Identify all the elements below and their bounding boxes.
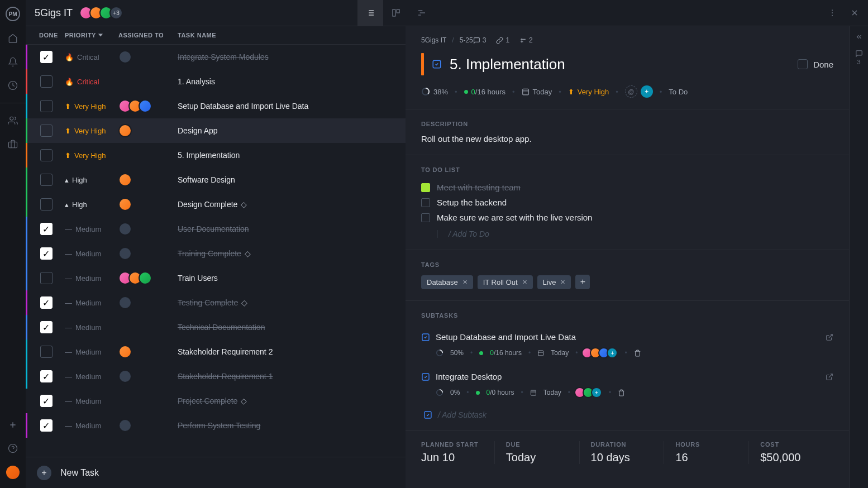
metric-cost[interactable]: COST$50,000: [749, 441, 833, 464]
todo-checkbox[interactable]: [421, 198, 430, 207]
col-priority[interactable]: PRIORITY: [65, 32, 118, 39]
todo-item[interactable]: Make sure we are set with the live versi…: [421, 210, 833, 225]
subtask-item[interactable]: Setup Database and Import Live Data50%•0…: [421, 326, 833, 365]
avatar-more[interactable]: +3: [109, 6, 123, 20]
add-tag-button[interactable]: +: [575, 275, 590, 289]
priority-cell[interactable]: —Medium: [65, 397, 118, 405]
priority-meta[interactable]: ⬆ Very High: [568, 88, 609, 96]
assigned-cell[interactable]: [118, 345, 178, 358]
col-assigned[interactable]: ASSIGNED TO: [118, 32, 178, 39]
app-logo[interactable]: PM: [6, 7, 20, 21]
done-checkbox[interactable]: ✓: [40, 321, 53, 333]
done-checkbox[interactable]: ✓: [40, 247, 53, 260]
done-checkbox[interactable]: ✓: [40, 419, 53, 432]
done-toggle[interactable]: Done: [798, 59, 833, 69]
description-text[interactable]: Roll out the new desktop app.: [421, 134, 833, 143]
done-checkbox[interactable]: [40, 149, 53, 161]
delete-subtask-icon[interactable]: [634, 350, 641, 357]
metric-start[interactable]: PLANNED STARTJun 10: [421, 441, 495, 464]
add-assignee-button[interactable]: +: [607, 347, 618, 358]
task-row[interactable]: ✓🔥CriticalIntegrate System Modules: [26, 45, 406, 69]
done-checkbox[interactable]: ✓: [40, 296, 53, 309]
list-view-button[interactable]: [357, 0, 383, 26]
assigned-cell[interactable]: [118, 198, 178, 211]
tag[interactable]: Database✕: [421, 275, 473, 289]
add-todo-input[interactable]: / Add To Do: [421, 225, 833, 238]
todo-item[interactable]: Setup the backend: [421, 195, 833, 210]
hours-meta[interactable]: 0/16 hours: [464, 88, 505, 96]
todo-checkbox[interactable]: [421, 183, 430, 192]
task-row[interactable]: ✓—MediumTechnical Documentation: [26, 315, 406, 339]
done-checkbox[interactable]: ✓: [40, 395, 53, 407]
tag[interactable]: IT Roll Out✕: [478, 275, 533, 289]
open-subtask-icon[interactable]: [826, 373, 833, 381]
priority-cell[interactable]: ⬆Very High: [65, 102, 118, 111]
task-row[interactable]: ⬆Very HighSetup Database and Import Live…: [26, 94, 406, 118]
home-icon[interactable]: [7, 32, 19, 45]
done-checkbox[interactable]: [40, 272, 53, 284]
priority-cell[interactable]: —Medium: [65, 250, 118, 258]
delete-subtask-icon[interactable]: [618, 389, 625, 396]
task-row[interactable]: ✓—MediumStakeholder Requirement 1: [26, 364, 406, 389]
remove-tag-icon[interactable]: ✕: [462, 279, 468, 286]
task-row[interactable]: —MediumTrain Users: [26, 266, 406, 290]
assigned-cell[interactable]: [118, 271, 178, 285]
done-checkbox[interactable]: ✓: [40, 370, 53, 382]
task-row[interactable]: —MediumStakeholder Requirement 2: [26, 339, 406, 364]
assigned-cell[interactable]: [118, 247, 178, 260]
close-icon[interactable]: [850, 8, 859, 17]
project-members[interactable]: +3: [79, 6, 123, 20]
tag[interactable]: Live✕: [537, 275, 571, 289]
assigned-cell[interactable]: [118, 173, 178, 186]
done-checkbox[interactable]: [40, 346, 53, 358]
help-icon[interactable]: [7, 442, 19, 454]
assigned-cell[interactable]: [118, 124, 178, 137]
priority-cell[interactable]: —Medium: [65, 274, 118, 283]
status-meta[interactable]: To Do: [669, 88, 688, 96]
done-checkbox[interactable]: [798, 59, 808, 69]
remove-tag-icon[interactable]: ✕: [522, 279, 527, 286]
comments-icon[interactable]: 3: [855, 50, 863, 65]
done-checkbox[interactable]: [40, 198, 53, 210]
assigned-cell[interactable]: [118, 99, 178, 113]
task-row[interactable]: 🔥Critical1. Analysis: [26, 69, 406, 94]
add-assignee-button[interactable]: +: [591, 387, 602, 398]
assigned-cell[interactable]: [118, 370, 178, 383]
assigned-cell[interactable]: [118, 296, 178, 309]
priority-cell[interactable]: —Medium: [65, 299, 118, 307]
remove-tag-icon[interactable]: ✕: [560, 279, 565, 286]
done-checkbox[interactable]: [40, 75, 53, 88]
priority-cell[interactable]: —Medium: [65, 225, 118, 233]
task-row[interactable]: ▴HighDesign Complete◇: [26, 192, 406, 217]
gantt-view-button[interactable]: [409, 0, 435, 26]
metric-hours[interactable]: HOURS16: [664, 441, 749, 464]
notifications-icon[interactable]: [7, 56, 19, 68]
done-checkbox[interactable]: [40, 100, 53, 112]
priority-cell[interactable]: —Medium: [65, 422, 118, 430]
crumb-id[interactable]: 5-25: [460, 36, 473, 44]
done-checkbox[interactable]: [40, 125, 53, 137]
priority-cell[interactable]: —Medium: [65, 372, 118, 381]
done-checkbox[interactable]: ✓: [40, 51, 53, 63]
assignee-meta[interactable]: @+: [625, 85, 653, 98]
priority-cell[interactable]: ▴High: [65, 176, 118, 184]
metric-duration[interactable]: DURATION10 days: [580, 441, 665, 464]
task-row[interactable]: ✓—MediumTesting Complete◇: [26, 290, 406, 315]
task-row[interactable]: ✓—MediumTraining Complete◇: [26, 241, 406, 266]
col-done[interactable]: DONE: [26, 32, 65, 39]
metric-due[interactable]: DUEToday: [495, 441, 580, 464]
priority-cell[interactable]: ⬆Very High: [65, 151, 118, 160]
collapse-icon[interactable]: [855, 33, 863, 41]
progress-meta[interactable]: 38%: [421, 87, 448, 96]
done-checkbox[interactable]: [40, 174, 53, 186]
priority-cell[interactable]: ⬆Very High: [65, 127, 118, 135]
todo-item[interactable]: Meet with testing team: [421, 180, 833, 195]
assigned-cell[interactable]: [118, 222, 178, 236]
comments-count[interactable]: 3: [473, 36, 487, 44]
assigned-cell[interactable]: [118, 50, 178, 64]
recent-icon[interactable]: [7, 79, 19, 92]
add-icon[interactable]: [7, 419, 19, 431]
add-subtask-input[interactable]: / Add Subtask: [421, 405, 833, 419]
task-row[interactable]: ▴HighSoftware Design: [26, 168, 406, 192]
assigned-cell[interactable]: [118, 419, 178, 432]
